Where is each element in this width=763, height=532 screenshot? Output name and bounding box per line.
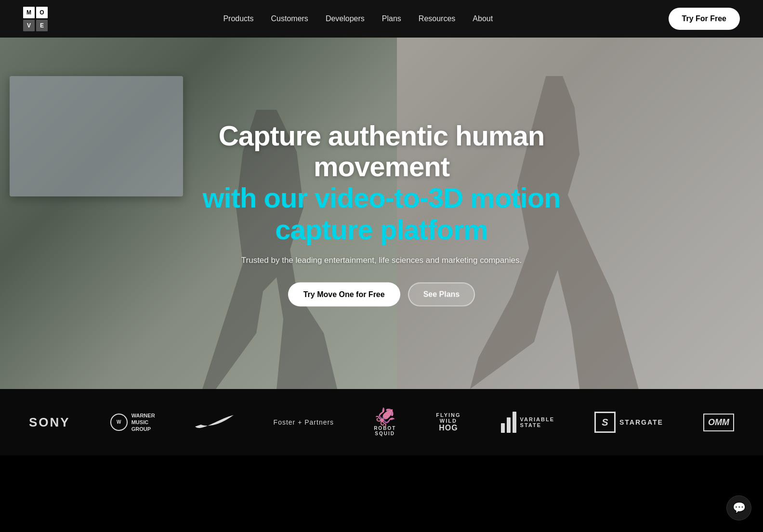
logo-sony: SONY — [29, 415, 70, 430]
wmg-text: WARNER MUSIC GROUP — [132, 412, 155, 433]
logo-wmg: W WARNER MUSIC GROUP — [110, 412, 155, 433]
hero-cta-secondary[interactable]: See Plans — [408, 282, 475, 306]
vs-bar-1 — [501, 423, 505, 433]
vs-text: VARIABLE STATE — [520, 416, 554, 428]
logo-o: O — [36, 7, 48, 18]
logo-flying-wild-hog: FLYING WILD HOG — [436, 412, 460, 432]
nav-link-developers[interactable]: Developers — [326, 14, 365, 23]
vs-bars — [501, 412, 516, 433]
nav-try-button[interactable]: Try For Free — [669, 8, 740, 30]
logo[interactable]: M O V E — [23, 7, 48, 31]
vs-bar-2 — [507, 417, 511, 433]
logo-omm: OMM — [703, 414, 734, 431]
fwh-bottom: HOG — [439, 424, 458, 432]
logo-robot-squid: 🦑 ROBOTSQUID — [374, 408, 396, 436]
logos-section: SONY W WARNER MUSIC GROUP Foster + Partn… — [0, 389, 763, 455]
nav-item-resources[interactable]: Resources — [419, 14, 455, 23]
nav-links: Products Customers Developers Plans Reso… — [223, 14, 493, 23]
fwh-mid: WILD — [440, 418, 457, 424]
nav-item-plans[interactable]: Plans — [382, 14, 401, 23]
nav-item-customers[interactable]: Customers — [271, 14, 308, 23]
logo-v: V — [23, 20, 35, 31]
logo-variable-state: VARIABLE STATE — [501, 412, 554, 433]
wmg-circle: W — [110, 414, 128, 431]
nav-link-products[interactable]: Products — [223, 14, 253, 23]
robot-squid-icon: 🦑 — [374, 408, 396, 426]
logo-stargate: S STARGATE — [594, 412, 663, 433]
hero-buttons: Try Move One for Free See Plans — [165, 282, 598, 306]
stargate-box: S — [594, 412, 616, 433]
fwh-top: FLYING — [436, 412, 460, 418]
hero-content: Capture authentic human movement with ou… — [165, 120, 598, 307]
hero-section: Capture authentic human movement with ou… — [0, 38, 763, 389]
nav-item-products[interactable]: Products — [223, 14, 253, 23]
nav-item-developers[interactable]: Developers — [326, 14, 365, 23]
stargate-text: STARGATE — [619, 418, 663, 426]
nav-link-customers[interactable]: Customers — [271, 14, 308, 23]
logo-nike — [195, 415, 234, 429]
hero-headline-cyan: with our video-to-3D motion capture plat… — [165, 182, 598, 246]
logo-m: M — [23, 7, 35, 18]
omm-box: OMM — [703, 414, 734, 431]
omm-text: OMM — [708, 417, 729, 428]
logo-e: E — [36, 20, 48, 31]
vs-bar-3 — [513, 412, 516, 433]
hero-subtext: Trusted by the leading entertainment, li… — [165, 255, 598, 265]
sony-wordmark: SONY — [29, 415, 70, 430]
nav-link-plans[interactable]: Plans — [382, 14, 401, 23]
nav-link-resources[interactable]: Resources — [419, 14, 455, 23]
logo-foster: Foster + Partners — [274, 418, 334, 426]
robot-squid-text: ROBOTSQUID — [374, 426, 396, 436]
nav-link-about[interactable]: About — [473, 14, 493, 23]
foster-wordmark: Foster + Partners — [274, 418, 334, 426]
nike-swoosh — [195, 415, 234, 429]
navbar: M O V E Products Customers Developers Pl… — [0, 0, 763, 38]
nav-item-about[interactable]: About — [473, 14, 493, 23]
hero-cta-primary[interactable]: Try Move One for Free — [288, 282, 400, 306]
hero-headline-white: Capture authentic human movement — [165, 120, 598, 182]
